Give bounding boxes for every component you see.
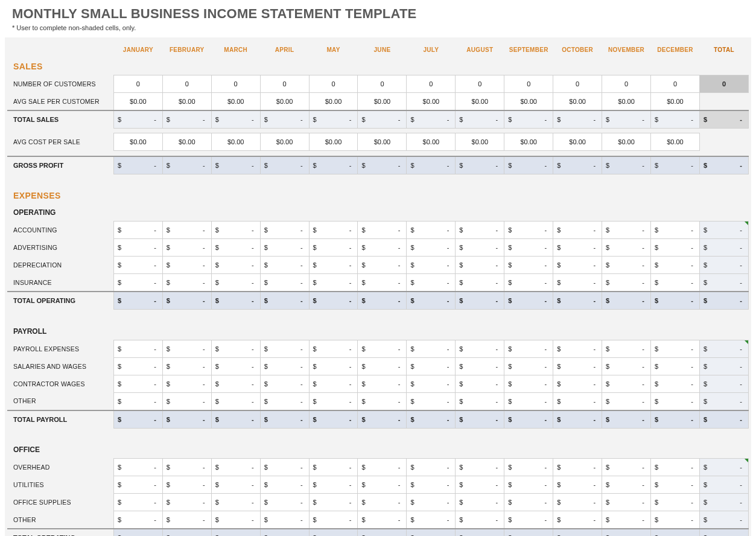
cell-payroll[interactable]: $- [113,357,162,375]
cell-operating[interactable]: $- [113,239,162,257]
cell-avg-cost[interactable]: $0.00 [456,133,504,151]
cell-office[interactable]: $- [260,476,309,494]
cell-office[interactable]: $- [211,511,260,529]
cell-operating[interactable]: $- [162,239,211,257]
cell-num-customers[interactable]: 0 [260,75,309,93]
cell-office[interactable]: $- [651,494,700,511]
cell-office[interactable]: $- [113,494,162,511]
cell-payroll[interactable]: $- [504,392,553,410]
cell-operating[interactable]: $- [309,239,358,257]
cell-operating[interactable]: $- [651,274,700,292]
cell-num-customers[interactable]: 0 [358,75,407,93]
cell-payroll[interactable]: $- [456,340,504,357]
cell-num-customers[interactable]: 0 [504,75,553,93]
cell-payroll[interactable]: $- [651,392,700,410]
cell-office[interactable]: $- [651,476,700,494]
cell-office[interactable]: $- [358,459,407,476]
cell-avg-sale[interactable]: $0.00 [553,93,602,111]
cell-operating[interactable]: $- [553,222,602,239]
cell-avg-cost[interactable]: $0.00 [504,133,553,151]
cell-office[interactable]: $- [309,511,358,529]
cell-num-customers[interactable]: 0 [651,75,700,93]
cell-office[interactable]: $- [211,494,260,511]
cell-operating[interactable]: $- [602,274,651,292]
cell-payroll[interactable]: $- [407,340,456,357]
cell-office[interactable]: $- [651,459,700,476]
cell-payroll[interactable]: $- [260,375,309,392]
cell-payroll[interactable]: $- [113,375,162,392]
cell-payroll[interactable]: $- [651,357,700,375]
cell-payroll[interactable]: $- [504,340,553,357]
cell-office[interactable]: $- [211,476,260,494]
cell-payroll[interactable]: $- [309,357,358,375]
cell-avg-sale[interactable]: $0.00 [504,93,553,111]
cell-avg-sale[interactable]: $0.00 [358,93,407,111]
cell-operating[interactable]: $- [504,274,553,292]
cell-operating[interactable]: $- [162,222,211,239]
cell-office[interactable]: $- [504,476,553,494]
cell-payroll[interactable]: $- [358,340,407,357]
cell-payroll[interactable]: $- [113,392,162,410]
cell-payroll[interactable]: $- [309,340,358,357]
cell-office[interactable]: $- [456,476,504,494]
cell-payroll[interactable]: $- [651,375,700,392]
cell-avg-cost[interactable]: $0.00 [211,133,260,151]
cell-office[interactable]: $- [407,511,456,529]
cell-payroll[interactable]: $- [211,340,260,357]
cell-office[interactable]: $- [260,494,309,511]
cell-payroll[interactable]: $- [358,357,407,375]
cell-payroll[interactable]: $- [651,340,700,357]
cell-office[interactable]: $- [260,511,309,529]
cell-operating[interactable]: $- [504,222,553,239]
cell-payroll[interactable]: $- [456,375,504,392]
cell-payroll[interactable]: $- [309,392,358,410]
cell-office[interactable]: $- [358,494,407,511]
cell-operating[interactable]: $- [211,274,260,292]
cell-payroll[interactable]: $- [456,357,504,375]
cell-payroll[interactable]: $- [602,392,651,410]
cell-payroll[interactable]: $- [602,340,651,357]
cell-office[interactable]: $- [602,476,651,494]
cell-office[interactable]: $- [162,476,211,494]
cell-office[interactable]: $- [113,476,162,494]
cell-num-customers[interactable]: 0 [113,75,162,93]
cell-operating[interactable]: $- [651,239,700,257]
cell-operating[interactable]: $- [113,257,162,274]
cell-payroll[interactable]: $- [260,392,309,410]
cell-office[interactable]: $- [602,511,651,529]
cell-office[interactable]: $- [309,494,358,511]
cell-avg-cost[interactable]: $0.00 [358,133,407,151]
cell-office[interactable]: $- [504,511,553,529]
cell-operating[interactable]: $- [260,274,309,292]
cell-operating[interactable]: $- [504,257,553,274]
cell-office[interactable]: $- [651,511,700,529]
cell-payroll[interactable]: $- [407,357,456,375]
cell-operating[interactable]: $- [651,222,700,239]
cell-avg-sale[interactable]: $0.00 [602,93,651,111]
cell-office[interactable]: $- [504,459,553,476]
cell-payroll[interactable]: $- [504,375,553,392]
cell-payroll[interactable]: $- [113,340,162,357]
cell-office[interactable]: $- [162,459,211,476]
cell-operating[interactable]: $- [407,257,456,274]
cell-operating[interactable]: $- [358,239,407,257]
cell-operating[interactable]: $- [211,239,260,257]
cell-operating[interactable]: $- [651,257,700,274]
cell-operating[interactable]: $- [602,257,651,274]
cell-num-customers[interactable]: 0 [553,75,602,93]
cell-office[interactable]: $- [309,476,358,494]
cell-avg-cost[interactable]: $0.00 [602,133,651,151]
cell-operating[interactable]: $- [553,257,602,274]
cell-payroll[interactable]: $- [211,392,260,410]
cell-office[interactable]: $- [504,494,553,511]
cell-payroll[interactable]: $- [407,375,456,392]
cell-office[interactable]: $- [113,459,162,476]
cell-operating[interactable]: $- [309,274,358,292]
cell-avg-sale[interactable]: $0.00 [211,93,260,111]
cell-operating[interactable]: $- [260,239,309,257]
cell-operating[interactable]: $- [260,222,309,239]
cell-operating[interactable]: $- [358,222,407,239]
cell-operating[interactable]: $- [553,239,602,257]
cell-payroll[interactable]: $- [358,375,407,392]
cell-num-customers[interactable]: 0 [162,75,211,93]
